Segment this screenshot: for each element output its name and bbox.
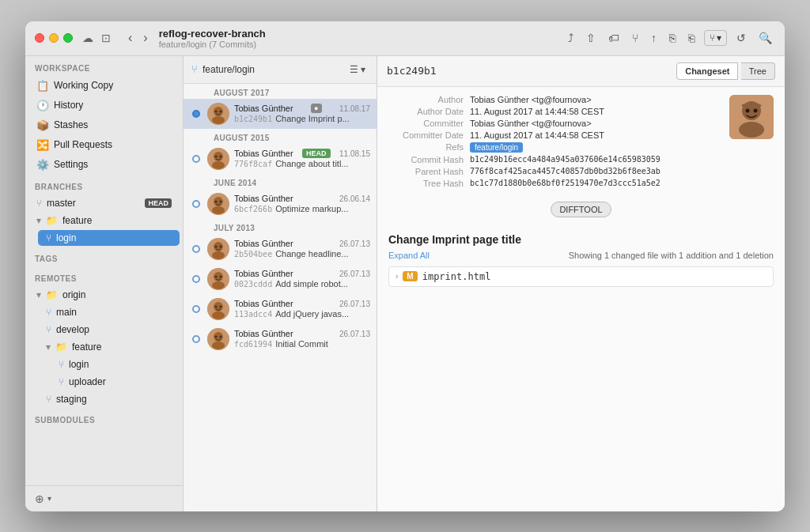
- commit-item-c5[interactable]: Tobias Günther 26.07.13 0023cddd Add sim…: [184, 264, 377, 294]
- remote-login[interactable]: ⑂ login: [51, 357, 180, 372]
- commits-header: ⑂ feature/login ☰ ▾: [184, 56, 377, 84]
- expand-all-button[interactable]: Expand All: [388, 251, 430, 260]
- commit-dot-c5: [192, 275, 200, 283]
- svg-point-22: [212, 281, 225, 289]
- remote-origin[interactable]: ▾ 📁 origin: [28, 287, 180, 303]
- commit-dot-c3: [192, 200, 200, 208]
- history-icon: 🕐: [36, 100, 49, 111]
- window-subtitle: feature/login (7 Commits): [159, 40, 257, 49]
- commit-author-c2: Tobias Günther: [234, 149, 293, 158]
- cloud-icon[interactable]: ☁: [82, 32, 93, 44]
- svg-point-9: [220, 155, 222, 157]
- minimize-button[interactable]: [49, 33, 59, 43]
- svg-point-19: [220, 245, 222, 247]
- meta-tree-hash-row: Tree Hash bc1c77d1880b0e68bf0f2519470e7d…: [388, 179, 720, 188]
- commit-item-c6[interactable]: Tobias Günther 26.07.13 113adcc4 Add jQu…: [184, 294, 377, 324]
- head-badge-c2: HEAD: [302, 149, 331, 158]
- sidebar: Workspace 📋 Working Copy 🕐 History 📦 Sta…: [25, 56, 184, 511]
- tab-tree[interactable]: Tree: [741, 62, 775, 80]
- remote-main[interactable]: ⑂ main: [38, 304, 180, 320]
- commit-item-c2[interactable]: Tobias Günther HEAD 11.08.15 776f8caf Ch…: [184, 144, 377, 174]
- difftool-button[interactable]: DIFFTOOL: [551, 202, 611, 217]
- branch-icon[interactable]: ⑂: [629, 30, 642, 46]
- copy-icon[interactable]: ⎘: [666, 30, 679, 46]
- avatar-c2: [207, 148, 229, 170]
- branch-master[interactable]: ⑂ master HEAD: [28, 195, 180, 211]
- meta-author-date-row: Author Date 11. August 2017 at 14:44:58 …: [388, 107, 720, 116]
- inbox-icon[interactable]: ⊡: [101, 32, 111, 44]
- svg-point-7: [212, 161, 225, 169]
- head-badge-master: HEAD: [145, 198, 172, 208]
- commit-date-c3: 26.06.14: [339, 194, 370, 203]
- paste-icon[interactable]: ⎗: [685, 30, 698, 46]
- commit-title-text: Change Imprint page title: [388, 233, 774, 246]
- commit-item-c1[interactable]: Tobias Günther ● 11.08.17 b1c249b1 Chang…: [184, 99, 377, 129]
- remote-feature[interactable]: ▾ 📁 feature: [38, 339, 180, 355]
- date-group-jun-2014: JUNE 2014: [184, 174, 377, 189]
- push-icon[interactable]: ⇧: [583, 30, 599, 46]
- branch-feature-group[interactable]: ▾ 📁 feature: [28, 213, 180, 228]
- commit-hash-c7: fcd61994: [234, 340, 272, 349]
- svg-point-39: [754, 108, 758, 112]
- back-button[interactable]: ‹: [123, 29, 137, 47]
- merge-button[interactable]: ⑂ ▾: [704, 30, 727, 46]
- file-change-row[interactable]: › M imprint.html: [388, 266, 774, 287]
- remote-staging[interactable]: ⑂ staging: [38, 391, 180, 407]
- commit-msg-c7: Initial Commit: [275, 339, 328, 349]
- sidebar-footer-add[interactable]: ⊕ ▾: [25, 485, 183, 511]
- maximize-button[interactable]: [63, 33, 73, 43]
- remote-develop[interactable]: ⑂ develop: [38, 322, 180, 338]
- sidebar-item-working-copy[interactable]: 📋 Working Copy: [28, 77, 180, 95]
- sidebar-item-stashes-label: Stashes: [54, 119, 88, 130]
- refresh-icon[interactable]: ↺: [733, 30, 749, 46]
- refs-value: feature/login: [470, 142, 720, 153]
- commit-hash-c3: 6bcf266b: [234, 205, 272, 213]
- graph-c7: [190, 335, 202, 343]
- tree-hash-value: bc1c77d1880b0e68bf0f2519470e7d3ccc51a5e2: [470, 179, 720, 188]
- commit-dot-c4: [192, 245, 200, 253]
- sidebar-item-history[interactable]: 🕐 History: [28, 96, 180, 115]
- expand-all-row: Expand All Showing 1 changed file with 1…: [388, 251, 774, 260]
- sidebar-item-settings[interactable]: ⚙️ Settings: [28, 156, 180, 174]
- search-icon[interactable]: 🔍: [755, 30, 775, 46]
- svg-point-24: [220, 275, 222, 277]
- sidebar-item-settings-label: Settings: [54, 159, 88, 170]
- commits-filter-button[interactable]: ☰ ▾: [346, 62, 369, 77]
- stage-icon[interactable]: ⤴: [565, 30, 577, 46]
- remote-uploader[interactable]: ⑂ uploader: [51, 374, 180, 390]
- chevron-down-icon: ▾: [47, 494, 51, 503]
- remote-uploader-label: uploader: [69, 376, 106, 387]
- window-title: reflog-recover-branch: [159, 28, 266, 40]
- commit-author-c4: Tobias Günther: [234, 239, 293, 248]
- branches-label: Branches: [25, 175, 183, 194]
- committer-label: Committer: [388, 119, 464, 128]
- remote-staging-label: staging: [56, 394, 87, 405]
- commit-info-c5: Tobias Günther 26.07.13 0023cddd Add sim…: [234, 269, 370, 289]
- svg-point-29: [220, 305, 222, 308]
- changed-files-summary: Showing 1 changed file with 1 addition a…: [569, 251, 774, 260]
- sidebar-item-pull-requests[interactable]: 🔀 Pull Requests: [28, 136, 180, 154]
- svg-point-32: [212, 341, 225, 349]
- branch-login[interactable]: ⑂ login: [38, 230, 180, 246]
- meta-table: Author Tobias Günther <tg@fournova> Auth…: [388, 95, 720, 191]
- branch-feature-label: feature: [62, 215, 172, 226]
- svg-point-18: [215, 245, 218, 247]
- avatar-c7: [207, 328, 229, 350]
- pull-icon[interactable]: 🏷: [605, 30, 623, 46]
- close-button[interactable]: [35, 33, 44, 43]
- commit-date-c2: 11.08.15: [339, 149, 370, 158]
- main-content: Workspace 📋 Working Copy 🕐 History 📦 Sta…: [25, 56, 785, 511]
- svg-point-33: [215, 335, 218, 338]
- stash-icon[interactable]: ↑: [648, 30, 660, 46]
- forward-button[interactable]: ›: [138, 29, 152, 47]
- commit-item-c3[interactable]: Tobias Günther 26.06.14 6bcf266b Optimiz…: [184, 189, 377, 219]
- meta-committer-row: Committer Tobias Günther <tg@fournova>: [388, 119, 720, 128]
- meta-parent-hash-row: Parent Hash 776f8caf425aca4457c40857db0b…: [388, 167, 720, 176]
- commit-item-c7[interactable]: Tobias Günther 26.07.13 fcd61994 Initial…: [184, 324, 377, 354]
- author-date-label: Author Date: [388, 107, 464, 116]
- commit-msg-c4: Change headline...: [275, 249, 348, 258]
- sidebar-item-stashes[interactable]: 📦 Stashes: [28, 116, 180, 134]
- commit-item-c4[interactable]: Tobias Günther 26.07.13 2b504bee Change …: [184, 234, 377, 264]
- tab-changeset[interactable]: Changeset: [676, 62, 738, 80]
- file-name: imprint.html: [422, 271, 491, 282]
